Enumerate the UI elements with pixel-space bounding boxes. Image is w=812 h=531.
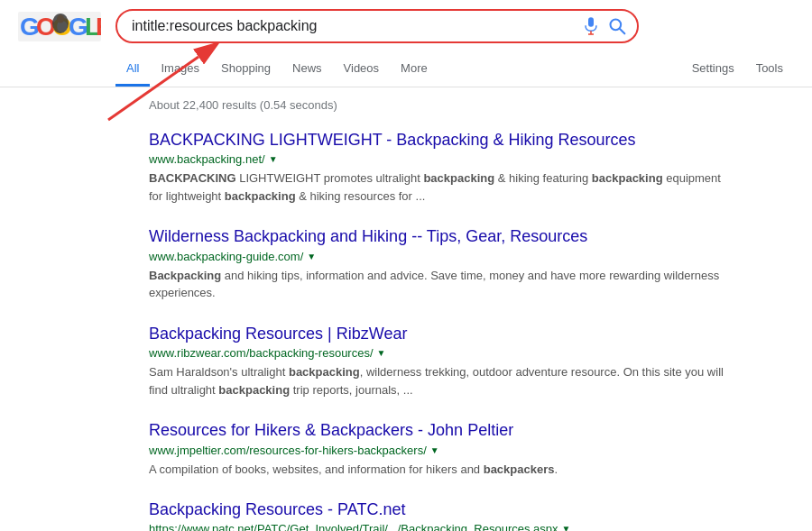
main-content: About 22,400 results (0.54 seconds) BACK… — [0, 87, 812, 531]
tab-settings[interactable]: Settings — [681, 52, 745, 87]
result-url-dropdown[interactable]: ▼ — [307, 252, 316, 261]
result-snippet: BACKPACKING LIGHTWEIGHT promotes ultrali… — [149, 169, 726, 205]
result-title: Backpacking Resources | RibzWear — [149, 324, 794, 344]
result-item: BACKPACKING LIGHTWEIGHT - Backpacking & … — [149, 130, 794, 205]
search-submit-icon[interactable] — [608, 17, 626, 35]
results-count: About 22,400 results (0.54 seconds) — [149, 98, 794, 112]
result-link[interactable]: Wilderness Backpacking and Hiking -- Tip… — [149, 227, 587, 245]
result-snippet: A compilation of books, websites, and in… — [149, 461, 726, 479]
tab-videos[interactable]: Videos — [333, 52, 391, 87]
result-snippet: Backpacking and hiking tips, information… — [149, 267, 726, 302]
result-url-line: www.jmpeltier.com/resources-for-hikers-b… — [149, 444, 794, 457]
mic-icon[interactable] — [583, 16, 599, 36]
result-url: www.jmpeltier.com/resources-for-hikers-b… — [149, 444, 427, 457]
result-url-line: https://www.patc.net/PATC/Get_Involved/T… — [149, 522, 794, 531]
result-link[interactable]: Resources for Hikers & Backpackers - Joh… — [149, 421, 513, 439]
header: G O O G L E intitle:res — [0, 0, 812, 87]
result-link[interactable]: Backpacking Resources - PATC.net — [149, 500, 405, 518]
svg-line-13 — [620, 29, 625, 34]
tab-all[interactable]: All — [115, 52, 150, 87]
tab-images[interactable]: Images — [150, 52, 210, 87]
result-url-dropdown[interactable]: ▼ — [377, 348, 386, 358]
svg-point-8 — [57, 14, 64, 23]
result-url: www.backpacking-guide.com/ — [149, 250, 303, 263]
search-icons — [583, 16, 626, 36]
nav-tabs: All Images Shopping News Videos More Set… — [115, 52, 794, 87]
search-bar-wrapper: intitle:resources backpacking — [115, 9, 639, 43]
result-link[interactable]: BACKPACKING LIGHTWEIGHT - Backpacking & … — [149, 131, 636, 149]
tab-shopping[interactable]: Shopping — [210, 52, 281, 87]
svg-rect-9 — [588, 17, 594, 27]
result-title: Resources for Hikers & Backpackers - Joh… — [149, 420, 794, 441]
result-snippet: Sam Haraldson's ultralight backpacking, … — [149, 363, 726, 398]
result-url-dropdown[interactable]: ▼ — [430, 445, 439, 455]
result-link[interactable]: Backpacking Resources | RibzWear — [149, 325, 407, 343]
result-title: Wilderness Backpacking and Hiking -- Tip… — [149, 226, 794, 247]
result-item: Wilderness Backpacking and Hiking -- Tip… — [149, 226, 794, 301]
svg-text:E: E — [96, 13, 101, 41]
tab-tools[interactable]: Tools — [745, 52, 794, 87]
search-input[interactable]: intitle:resources backpacking — [115, 9, 639, 43]
result-url-line: www.backpacking-guide.com/ ▼ — [149, 250, 794, 263]
result-url: https://www.patc.net/PATC/Get_Involved/T… — [149, 522, 558, 531]
header-top: G O O G L E intitle:res — [18, 9, 794, 52]
result-url-line: www.ribzwear.com/backpacking-resources/ … — [149, 346, 794, 360]
result-title: BACKPACKING LIGHTWEIGHT - Backpacking & … — [149, 130, 794, 151]
result-item: Backpacking Resources - PATC.net https:/… — [149, 499, 794, 531]
result-item: Resources for Hikers & Backpackers - Joh… — [149, 420, 794, 478]
tab-more[interactable]: More — [390, 52, 438, 87]
result-url-dropdown[interactable]: ▼ — [269, 154, 278, 164]
result-item: Backpacking Resources | RibzWear www.rib… — [149, 324, 794, 398]
result-url-line: www.backpacking.net/ ▼ — [149, 152, 794, 166]
result-url: www.backpacking.net/ — [149, 152, 265, 166]
result-url-dropdown[interactable]: ▼ — [562, 524, 571, 531]
google-logo: G O O G L E — [18, 12, 101, 41]
result-url: www.ribzwear.com/backpacking-resources/ — [149, 346, 374, 360]
result-title: Backpacking Resources - PATC.net — [149, 499, 794, 520]
tab-news[interactable]: News — [281, 52, 333, 87]
